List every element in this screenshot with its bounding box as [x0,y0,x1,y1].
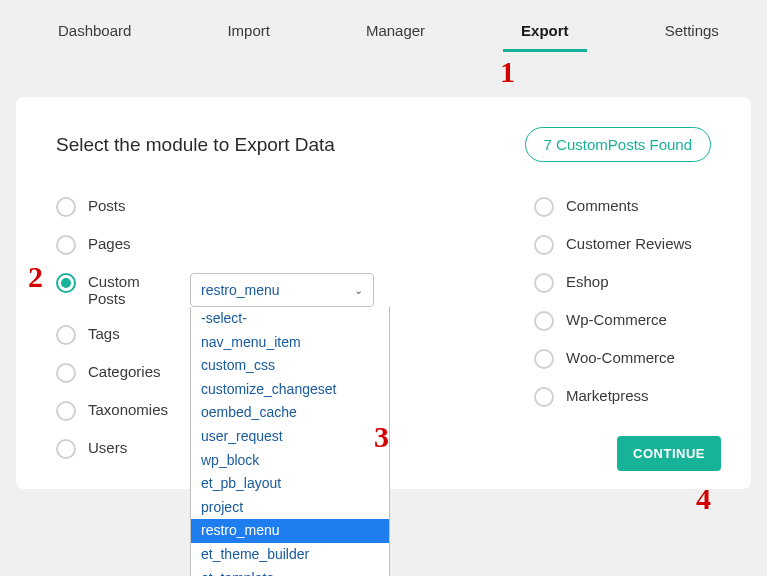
tab-dashboard[interactable]: Dashboard [40,12,149,52]
radio-custom-posts[interactable]: Custom Posts restro_menu ⌄ -select- nav_… [56,273,374,307]
radio-label: Categories [88,363,161,380]
radio-circle [534,387,554,407]
radio-eshop[interactable]: Eshop [534,273,692,293]
radio-circle [56,401,76,421]
dropdown-item[interactable]: wp_block [191,449,389,473]
chevron-down-icon: ⌄ [354,284,363,297]
dropdown-item[interactable]: custom_css [191,354,389,378]
radio-label: Users [88,439,127,456]
radio-label: Customer Reviews [566,235,692,252]
tab-manager[interactable]: Manager [348,12,443,52]
radio-label: Tags [88,325,120,342]
module-options-grid: Posts Pages Custom Posts restro_menu ⌄ - [56,197,711,459]
radio-label: Wp-Commerce [566,311,667,328]
dropdown-item[interactable]: customize_changeset [191,378,389,402]
dropdown-item[interactable]: -select- [191,307,389,331]
tab-import[interactable]: Import [209,12,288,52]
radio-label: Woo-Commerce [566,349,675,366]
radio-customer-reviews[interactable]: Customer Reviews [534,235,692,255]
dropdown-item-selected[interactable]: restro_menu [191,519,389,543]
tab-export[interactable]: Export [503,12,587,52]
radio-marketpress[interactable]: Marketpress [534,387,692,407]
custom-posts-dropdown: -select- nav_menu_item custom_css custom… [190,307,390,576]
page-title: Select the module to Export Data [56,134,335,156]
radio-posts[interactable]: Posts [56,197,374,217]
dropdown-item[interactable]: user_request [191,425,389,449]
dropdown-item[interactable]: et_template [191,567,389,576]
radio-inner [61,278,71,288]
custom-posts-select-wrap: restro_menu ⌄ -select- nav_menu_item cus… [190,273,374,307]
radio-comments[interactable]: Comments [534,197,692,217]
left-column: Posts Pages Custom Posts restro_menu ⌄ - [56,197,374,459]
radio-woo-commerce[interactable]: Woo-Commerce [534,349,692,369]
found-badge: 7 CustomPosts Found [525,127,711,162]
radio-wp-commerce[interactable]: Wp-Commerce [534,311,692,331]
right-column: Comments Customer Reviews Eshop Wp-Comme… [534,197,692,459]
radio-pages[interactable]: Pages [56,235,374,255]
radio-circle [534,273,554,293]
continue-button[interactable]: CONTINUE [617,436,721,471]
tab-settings[interactable]: Settings [647,12,737,52]
radio-circle [56,197,76,217]
card-header: Select the module to Export Data 7 Custo… [56,127,711,162]
tab-bar: Dashboard Import Manager Export Settings [0,0,767,52]
radio-circle [56,363,76,383]
radio-label: Marketpress [566,387,649,404]
radio-circle [56,439,76,459]
radio-label: Pages [88,235,131,252]
radio-circle [534,197,554,217]
export-card: Select the module to Export Data 7 Custo… [16,97,751,489]
radio-circle [534,349,554,369]
radio-circle-selected [56,273,76,293]
radio-circle [56,235,76,255]
radio-label: Taxonomies [88,401,168,418]
custom-posts-select[interactable]: restro_menu ⌄ [190,273,374,307]
dropdown-item[interactable]: et_theme_builder [191,543,389,567]
radio-circle [534,311,554,331]
radio-label: Custom Posts [88,273,168,307]
radio-label: Posts [88,197,126,214]
dropdown-item[interactable]: et_pb_layout [191,472,389,496]
radio-circle [534,235,554,255]
dropdown-item[interactable]: nav_menu_item [191,331,389,355]
dropdown-item[interactable]: oembed_cache [191,401,389,425]
radio-label: Eshop [566,273,609,290]
radio-circle [56,325,76,345]
annotation-1: 1 [500,55,515,89]
radio-label: Comments [566,197,639,214]
dropdown-item[interactable]: project [191,496,389,520]
select-value: restro_menu [201,282,280,298]
